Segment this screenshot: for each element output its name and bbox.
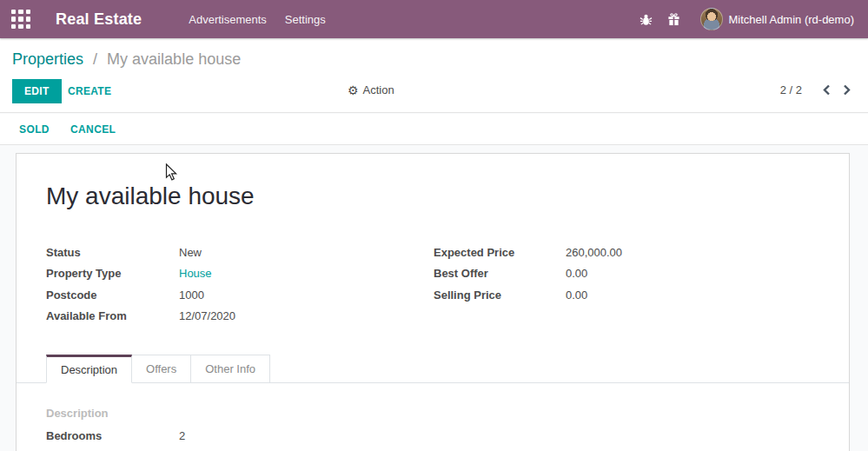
navbar-right: Mitchell Admin (rd-demo): [633, 8, 868, 30]
field-label: Best Offer: [434, 267, 566, 280]
pager-next-icon[interactable]: [843, 84, 851, 96]
notebook-tabs: Description Offers Other Info: [17, 355, 849, 383]
breadcrumb: Properties / My available house: [12, 50, 241, 69]
menu-settings[interactable]: Settings: [285, 13, 326, 26]
field-best-offer: Best Offer 0.00: [434, 263, 798, 285]
tab-other-info[interactable]: Other Info: [191, 355, 270, 383]
statusbar: SOLD CANCEL: [0, 114, 868, 145]
field-property-type: Property Type House: [46, 263, 411, 285]
field-label: Selling Price: [434, 289, 566, 302]
field-value: 0.00: [566, 289, 587, 302]
field-value: 260,000.00: [566, 246, 622, 259]
field-value: New: [179, 246, 202, 259]
field-group-left: Status New Property Type House Postcode …: [46, 242, 411, 327]
record-title: My available house: [46, 182, 255, 210]
breadcrumb-properties[interactable]: Properties: [12, 50, 83, 68]
tab-offers[interactable]: Offers: [132, 355, 191, 383]
avatar[interactable]: [700, 8, 723, 30]
field-label: Available From: [46, 309, 179, 322]
cancel-button[interactable]: CANCEL: [70, 123, 116, 136]
app-brand[interactable]: Real Estate: [56, 10, 142, 29]
description-group-title: Description: [46, 407, 109, 420]
pager-value: 2 / 2: [780, 83, 802, 96]
field-value: 1000: [179, 289, 204, 302]
edit-button[interactable]: EDIT: [12, 79, 62, 103]
field-value: 0.00: [566, 267, 587, 280]
field-bedrooms: Bedrooms 2: [46, 428, 185, 443]
pager: 2 / 2: [780, 83, 851, 96]
navbar-menus: Advertisements Settings: [189, 13, 326, 26]
create-button[interactable]: CREATE: [63, 79, 116, 103]
pager-previous-icon[interactable]: [823, 84, 831, 96]
field-postcode: Postcode 1000: [46, 284, 411, 306]
menu-advertisements[interactable]: Advertisements: [189, 13, 267, 26]
breadcrumb-current: My available house: [107, 50, 241, 68]
field-label: Postcode: [46, 289, 179, 302]
field-label: Bedrooms: [46, 429, 179, 442]
field-label: Property Type: [46, 267, 179, 280]
tab-description[interactable]: Description: [46, 355, 132, 383]
action-label: Action: [363, 83, 394, 96]
action-menu[interactable]: ⚙ Action: [348, 83, 394, 96]
field-label: Status: [46, 246, 179, 259]
form-sheet: My available house Status New Property T…: [16, 153, 850, 451]
apps-menu-icon[interactable]: [11, 10, 30, 29]
field-label: Expected Price: [434, 246, 566, 259]
control-panel: Properties / My available house EDIT CRE…: [0, 38, 868, 113]
app-window: Real Estate Advertisements Settings: [0, 0, 868, 451]
field-group-right: Expected Price 260,000.00 Best Offer 0.0…: [434, 242, 798, 306]
gift-icon[interactable]: [660, 13, 688, 26]
gear-icon: ⚙: [348, 84, 359, 96]
top-navbar: Real Estate Advertisements Settings: [0, 0, 868, 38]
bug-icon[interactable]: [633, 13, 660, 26]
user-menu[interactable]: Mitchell Admin (rd-demo): [729, 13, 855, 26]
sold-button[interactable]: SOLD: [19, 123, 50, 136]
field-available-from: Available From 12/07/2020: [46, 306, 411, 328]
field-expected-price: Expected Price 260,000.00: [434, 242, 798, 263]
field-value: 12/07/2020: [179, 309, 235, 322]
field-selling-price: Selling Price 0.00: [434, 284, 798, 306]
field-value: 2: [179, 429, 185, 442]
property-type-link[interactable]: House: [179, 267, 212, 280]
breadcrumb-separator: /: [93, 50, 97, 68]
field-status: Status New: [46, 242, 411, 263]
